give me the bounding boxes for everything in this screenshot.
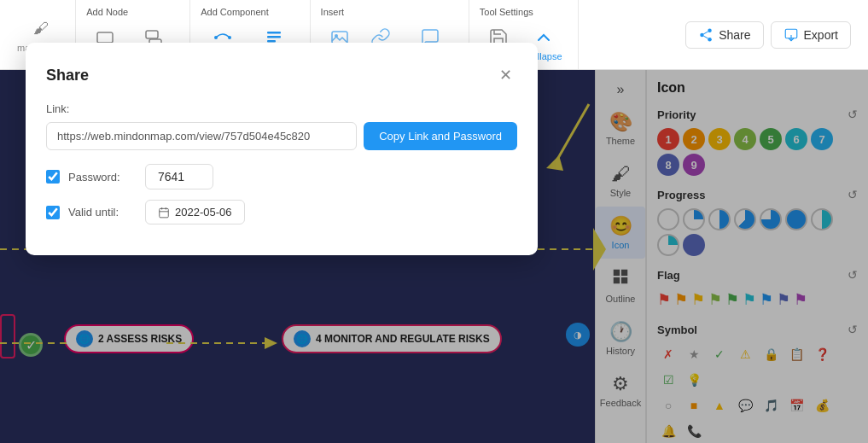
group-label-add-node: Add Node bbox=[86, 7, 128, 17]
valid-until-label: Valid until: bbox=[68, 206, 137, 219]
svg-rect-28 bbox=[160, 208, 169, 218]
link-row: Copy Link and Password bbox=[46, 122, 517, 150]
svg-rect-0 bbox=[97, 32, 113, 43]
dialog-header: Share ✕ bbox=[46, 63, 517, 87]
valid-until-row: Valid until: 2022-05-06 bbox=[46, 200, 517, 224]
password-value: 7641 bbox=[145, 164, 213, 189]
svg-rect-5 bbox=[267, 32, 281, 34]
share-dialog: Share ✕ Link: Copy Link and Password Pas… bbox=[26, 43, 538, 255]
password-row: Password: 7641 bbox=[46, 164, 517, 189]
svg-point-3 bbox=[214, 36, 218, 39]
dialog-close-button[interactable]: ✕ bbox=[493, 63, 517, 87]
valid-until-value: 2022-05-06 bbox=[145, 200, 245, 224]
dialog-title: Share bbox=[46, 67, 89, 85]
svg-point-12 bbox=[708, 38, 712, 42]
link-label: Link: bbox=[46, 102, 517, 115]
svg-line-14 bbox=[704, 31, 708, 33]
svg-line-13 bbox=[704, 36, 708, 38]
password-checkbox[interactable] bbox=[46, 170, 60, 184]
group-label-insert: Insert bbox=[321, 7, 345, 17]
svg-point-11 bbox=[700, 32, 704, 37]
group-label-tool-settings: Tool Settings bbox=[480, 7, 533, 17]
link-input[interactable] bbox=[46, 122, 357, 150]
svg-rect-8 bbox=[332, 32, 347, 44]
copy-link-button[interactable]: Copy Link and Password bbox=[364, 122, 517, 150]
export-button[interactable]: Export bbox=[771, 21, 851, 49]
svg-point-4 bbox=[228, 36, 231, 39]
svg-rect-6 bbox=[267, 36, 281, 38]
calendar-icon bbox=[158, 207, 170, 219]
toolbar-right: Share Export bbox=[685, 21, 861, 49]
format-painter-icon: 🖌 bbox=[29, 17, 53, 41]
share-button[interactable]: Share bbox=[685, 21, 763, 49]
password-label: Password: bbox=[68, 171, 137, 184]
export-label: Export bbox=[804, 28, 838, 42]
svg-rect-1 bbox=[146, 31, 158, 38]
share-label: Share bbox=[719, 28, 750, 42]
svg-point-10 bbox=[708, 28, 712, 32]
valid-until-checkbox[interactable] bbox=[46, 206, 60, 219]
group-label-add-component: Add Component bbox=[201, 7, 269, 17]
date-text: 2022-05-06 bbox=[175, 206, 232, 219]
